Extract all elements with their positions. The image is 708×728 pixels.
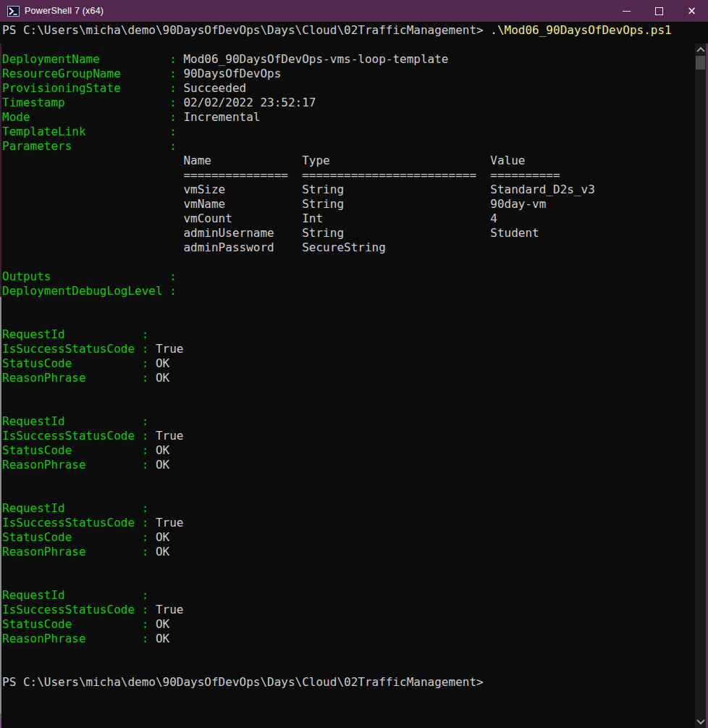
terminal-line: [2, 313, 695, 327]
property-value: 90DaysOfDevOps: [183, 67, 281, 80]
property-label: DeploymentDebugLogLevel :: [2, 284, 183, 298]
property-value: 02/02/2022 23:52:17: [183, 96, 316, 109]
terminal-line: StatusCode : OK: [2, 530, 695, 545]
property-label: Outputs :: [2, 269, 183, 283]
command: .\Mod06_90DaysOfDevOps.ps1: [490, 23, 671, 37]
powershell-icon: [7, 6, 20, 17]
property-label: IsSuccessStatusCode :: [2, 429, 156, 443]
property-value: True: [156, 516, 184, 530]
property-value: OK: [156, 632, 169, 645]
prompt-path: PS C:\Users\micha\demo\90DaysOfDevOps\Da…: [2, 23, 490, 37]
property-value: OK: [156, 458, 169, 472]
property-value: OK: [156, 371, 169, 385]
property-label: ReasonPhrase :: [2, 632, 156, 645]
property-value: OK: [156, 617, 169, 631]
minimize-icon: [623, 11, 631, 12]
terminal-line: [2, 574, 695, 588]
terminal-line: StatusCode : OK: [2, 617, 695, 632]
terminal-line: [2, 298, 695, 313]
terminal-line: StatusCode : OK: [2, 443, 695, 458]
scroll-down-button[interactable]: [695, 716, 706, 727]
terminal-line: IsSuccessStatusCode : True: [2, 429, 695, 443]
terminal-line: Mode : Incremental: [2, 110, 695, 125]
terminal-line: ReasonPhrase : OK: [2, 632, 695, 646]
maximize-button[interactable]: [643, 0, 675, 22]
terminal-line: RequestId :: [2, 327, 695, 342]
terminal-line: [2, 38, 695, 52]
powershell-window: PowerShell 7 (x64) × PS C:\Users\micha\d…: [0, 0, 708, 728]
terminal-line: ProvisioningState : Succeeded: [2, 81, 695, 96]
terminal-line: adminPassword SecureString: [2, 240, 695, 255]
terminal-line: [2, 400, 695, 414]
terminal-line: TemplateLink :: [2, 125, 695, 139]
window-title: PowerShell 7 (x64): [25, 6, 104, 16]
property-label: ReasonPhrase :: [2, 545, 156, 558]
scrollbar-thumb[interactable]: [696, 56, 705, 70]
property-value: OK: [156, 356, 169, 370]
terminal-line: ReasonPhrase : OK: [2, 458, 695, 472]
terminal-line: Parameters :: [2, 139, 695, 154]
terminal-line: Timestamp : 02/02/2022 23:52:17: [2, 96, 695, 110]
terminal-line: StatusCode : OK: [2, 356, 695, 371]
property-label: StatusCode :: [2, 617, 156, 631]
table-row: vmCount Int 4: [2, 212, 497, 225]
terminal-line: [2, 559, 695, 574]
property-label: Mode :: [2, 110, 183, 124]
terminal-line: DeploymentName : Mod06_90DaysOfDevOps-vm…: [2, 52, 695, 67]
terminal-line: [2, 661, 695, 675]
property-label: StatusCode :: [2, 530, 156, 544]
property-value: OK: [156, 443, 169, 457]
scrollbar[interactable]: [695, 43, 706, 728]
property-label: ProvisioningState :: [2, 81, 183, 95]
terminal-line: [2, 646, 695, 661]
terminal-line: RequestId :: [2, 501, 695, 516]
property-label: IsSuccessStatusCode :: [2, 342, 156, 356]
property-label: Timestamp :: [2, 96, 183, 109]
chevron-up-icon: [696, 47, 704, 55]
terminal-line: adminUsername String Student: [2, 226, 695, 240]
prompt-path: PS C:\Users\micha\demo\90DaysOfDevOps\Da…: [2, 675, 484, 689]
terminal-line: PS C:\Users\micha\demo\90DaysOfDevOps\Da…: [2, 23, 695, 38]
terminal-line: [2, 385, 695, 400]
terminal-line: vmSize String Standard_D2s_v3: [2, 183, 695, 197]
table-header: Name Type Value: [2, 154, 525, 167]
property-value: True: [156, 342, 184, 356]
terminal-line: vmName String 90day-vm: [2, 197, 695, 212]
terminal-line: PS C:\Users\micha\demo\90DaysOfDevOps\Da…: [2, 675, 695, 690]
table-row: vmSize String Standard_D2s_v3: [2, 183, 595, 196]
property-value: Succeeded: [183, 81, 246, 95]
terminal-line: DeploymentDebugLogLevel :: [2, 284, 695, 298]
property-value: OK: [156, 530, 169, 544]
close-button[interactable]: ×: [675, 0, 708, 22]
table-row: vmName String 90day-vm: [2, 197, 546, 211]
caption-buttons: ×: [610, 0, 708, 22]
titlebar: PowerShell 7 (x64) ×: [0, 0, 708, 22]
table-row: adminPassword SecureString: [2, 240, 490, 254]
terminal-line: ReasonPhrase : OK: [2, 371, 695, 385]
property-label: ReasonPhrase :: [2, 458, 156, 472]
window-left-edge-bottom: [0, 714, 1, 728]
property-label: IsSuccessStatusCode :: [2, 603, 156, 616]
property-label: RequestId :: [2, 327, 156, 341]
terminal-line: [2, 487, 695, 501]
property-label: ReasonPhrase :: [2, 371, 156, 385]
chevron-down-icon: [696, 716, 704, 724]
minimize-button[interactable]: [610, 0, 643, 22]
maximize-icon: [655, 7, 663, 15]
property-label: Parameters :: [2, 139, 183, 153]
window-left-edge-middle: [0, 297, 1, 714]
property-label: TemplateLink :: [2, 125, 183, 138]
property-label: StatusCode :: [2, 356, 156, 370]
terminal-line: [2, 255, 695, 269]
terminal-line: IsSuccessStatusCode : True: [2, 603, 695, 617]
scroll-up-button[interactable]: [695, 44, 706, 56]
terminal-line: Name Type Value: [2, 154, 695, 168]
property-value: OK: [156, 545, 169, 558]
window-left-edge-top: [0, 43, 1, 297]
terminal-output[interactable]: PS C:\Users\micha\demo\90DaysOfDevOps\Da…: [1, 22, 695, 728]
property-value: Incremental: [183, 110, 260, 124]
terminal-line: Outputs :: [2, 269, 695, 284]
property-label: IsSuccessStatusCode :: [2, 516, 156, 530]
table-separator: =============== ========================…: [2, 168, 560, 182]
property-label: ResourceGroupName :: [2, 67, 183, 80]
